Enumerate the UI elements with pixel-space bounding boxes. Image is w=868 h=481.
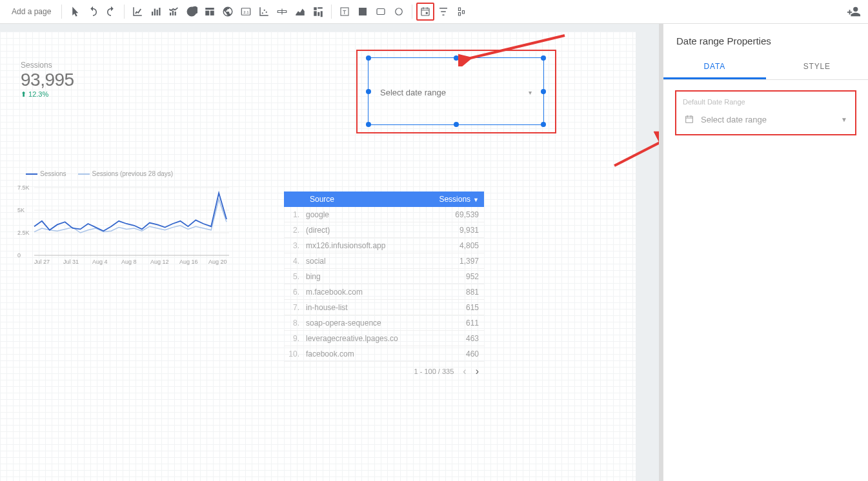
- resize-handle[interactable]: [454, 122, 459, 127]
- svg-text:2.1: 2.1: [244, 10, 250, 14]
- table-header-sessions[interactable]: Sessions▼: [432, 195, 484, 204]
- svg-text:Aug 12: Aug 12: [150, 259, 169, 265]
- svg-rect-9: [421, 8, 429, 15]
- legend-item: Sessions: [40, 170, 66, 177]
- legend-item: Sessions (previous 28 days): [92, 170, 174, 177]
- date-range-control-icon[interactable]: [416, 3, 434, 21]
- resize-handle[interactable]: [454, 55, 459, 61]
- scorecard-icon[interactable]: 2.1: [237, 3, 255, 21]
- table-row[interactable]: 7.in-house-list615: [284, 300, 484, 315]
- geo-chart-icon[interactable]: [219, 3, 237, 21]
- report-canvas[interactable]: Sessions 93,995 ⬆ 12.3% Select date rang…: [0, 32, 636, 481]
- row-index: 9.: [284, 334, 306, 343]
- resize-handle[interactable]: [366, 89, 371, 94]
- scorecard-sessions[interactable]: Sessions 93,995 ⬆ 12.3%: [21, 61, 74, 99]
- undo-icon[interactable]: [84, 3, 102, 21]
- row-index: 7.: [284, 303, 306, 312]
- properties-panel: Date range Properties DATA STYLE Default…: [663, 24, 868, 481]
- time-series-chart-icon[interactable]: [128, 3, 146, 21]
- tab-style[interactable]: STYLE: [766, 55, 869, 79]
- svg-rect-7: [377, 9, 385, 15]
- rectangle-icon[interactable]: [372, 3, 390, 21]
- resize-handle[interactable]: [541, 122, 546, 127]
- bullet-chart-icon[interactable]: [273, 3, 291, 21]
- row-sessions: 1,397: [432, 257, 484, 266]
- table-chart-icon[interactable]: [201, 3, 219, 21]
- svg-text:Jul 27: Jul 27: [34, 259, 50, 265]
- row-sessions: 460: [432, 349, 484, 358]
- resize-handle[interactable]: [541, 89, 546, 94]
- table-row[interactable]: 3.mx126.infusionsoft.app4,805: [284, 238, 484, 253]
- svg-rect-10: [426, 12, 428, 14]
- pager-prev-icon[interactable]: ‹: [463, 366, 466, 377]
- image-icon[interactable]: [354, 3, 372, 21]
- row-index: 4.: [284, 257, 306, 266]
- row-index: 1.: [284, 210, 306, 219]
- selector-text: Select date range: [701, 115, 767, 124]
- source-sessions-table[interactable]: Source Sessions▼ 1.google69,5392.(direct…: [284, 191, 484, 377]
- table-row[interactable]: 1.google69,539: [284, 207, 484, 222]
- panel-title: Date range Properties: [663, 24, 868, 55]
- selection-tool-icon[interactable]: [66, 3, 84, 21]
- table-row[interactable]: 5.bing952: [284, 269, 484, 284]
- filter-control-icon[interactable]: [434, 3, 452, 21]
- table-pager: 1 - 100 / 335 ‹ ›: [284, 362, 484, 377]
- svg-text:Aug 8: Aug 8: [121, 259, 137, 265]
- svg-text:5K: 5K: [17, 207, 25, 213]
- row-sessions: 881: [432, 288, 484, 297]
- table-row[interactable]: 6.m.facebook.com881: [284, 284, 484, 300]
- row-source: leveragecreative.lpages.co: [306, 334, 432, 343]
- add-page-button[interactable]: Add a page: [5, 7, 57, 16]
- pie-chart-icon[interactable]: [183, 3, 201, 21]
- text-icon[interactable]: T: [336, 3, 354, 21]
- combo-chart-icon[interactable]: [165, 3, 183, 21]
- svg-text:Aug 16: Aug 16: [179, 259, 198, 265]
- scatter-chart-icon[interactable]: [255, 3, 273, 21]
- chart-svg: 0 2.5K 5K 7.5K Jul 27 Jul 31 Aug 4 Aug 8…: [16, 181, 229, 271]
- table-row[interactable]: 2.(direct)9,931: [284, 222, 484, 238]
- svg-text:Jul 31: Jul 31: [63, 259, 79, 265]
- tab-data[interactable]: DATA: [663, 55, 766, 79]
- resize-handle[interactable]: [366, 122, 371, 127]
- scorecard-label: Sessions: [21, 61, 74, 70]
- circle-icon[interactable]: [390, 3, 408, 21]
- row-source: social: [306, 257, 432, 266]
- row-index: 5.: [284, 272, 306, 281]
- row-source: google: [306, 210, 432, 219]
- row-source: (direct): [306, 226, 432, 235]
- chart-legend: Sessions Sessions (previous 28 days): [16, 170, 229, 177]
- row-source: mx126.infusionsoft.app: [306, 241, 432, 250]
- chevron-down-icon: ▼: [841, 116, 847, 123]
- annotation-highlight-box: Default Date Range Select date range ▼: [675, 90, 856, 135]
- time-series-chart[interactable]: Sessions Sessions (previous 28 days) 0 2…: [16, 170, 229, 273]
- separator: [124, 5, 125, 19]
- add-person-icon[interactable]: [845, 3, 863, 21]
- row-index: 10.: [284, 349, 306, 358]
- date-range-placeholder: Select date range: [380, 88, 446, 97]
- table-row[interactable]: 10.facebook.com460: [284, 346, 484, 362]
- table-header-source[interactable]: Source: [306, 195, 432, 204]
- resize-handle[interactable]: [541, 55, 546, 61]
- pager-next-icon[interactable]: ›: [476, 366, 479, 377]
- row-index: 8.: [284, 319, 306, 328]
- date-range-control[interactable]: Select date range ▾: [368, 57, 544, 125]
- chevron-down-icon: ▾: [529, 89, 532, 96]
- panel-tabs: DATA STYLE: [663, 55, 868, 80]
- bar-chart-icon[interactable]: [146, 3, 165, 21]
- table-row[interactable]: 8.soap-opera-sequence611: [284, 315, 484, 331]
- redo-icon[interactable]: [102, 3, 120, 21]
- table-row[interactable]: 9.leveragecreative.lpages.co463: [284, 331, 484, 346]
- canvas-area: Sessions 93,995 ⬆ 12.3% Select date rang…: [0, 24, 659, 481]
- area-chart-icon[interactable]: [291, 3, 309, 21]
- date-range-inner[interactable]: Select date range ▾: [374, 83, 538, 102]
- default-date-range-selector[interactable]: Select date range ▼: [683, 111, 849, 128]
- scorecard-value: 93,995: [21, 70, 74, 90]
- table-row[interactable]: 4.social1,397: [284, 253, 484, 269]
- pivot-table-icon[interactable]: [309, 3, 327, 21]
- row-index: 3.: [284, 241, 306, 250]
- row-sessions: 4,805: [432, 241, 484, 250]
- data-control-icon[interactable]: [452, 3, 470, 21]
- svg-text:0: 0: [17, 252, 21, 259]
- calendar-icon: [684, 114, 694, 124]
- resize-handle[interactable]: [366, 55, 371, 61]
